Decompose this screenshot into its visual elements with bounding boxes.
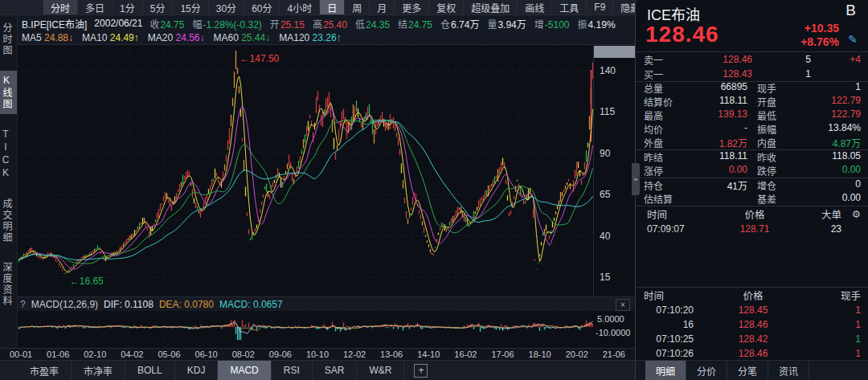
ask-price: 128.46	[682, 54, 752, 65]
period-tab-多日[interactable]: 多日	[78, 0, 113, 14]
tick-row[interactable]: 16128.461	[636, 317, 868, 332]
x-axis-label: 05-06	[158, 349, 180, 359]
info-field-value: 3.94万	[497, 19, 526, 31]
big-orders-qty-header: 大单	[800, 206, 841, 222]
detail-tab-明细[interactable]: 明细	[645, 361, 686, 380]
info-field-value: 6.74万	[451, 19, 479, 31]
stats-row: 持仓41万增仓0	[636, 178, 868, 192]
stat-最高: 最高139.13	[644, 108, 747, 122]
sidebar-item-K线图[interactable]: K线图	[0, 71, 17, 114]
gear-icon[interactable]: ⚙	[841, 208, 861, 220]
detail-tab-分价[interactable]: 分价	[686, 361, 727, 380]
x-axis-label: 20-02	[566, 349, 588, 359]
period-tab-月[interactable]: 月	[370, 0, 395, 14]
tick-row[interactable]: 07:10:20128.451	[636, 303, 868, 317]
macd-value: MACD: 0.0657	[219, 299, 283, 310]
period-tab-更多[interactable]: 更多	[395, 0, 429, 14]
bid-qty: 1	[752, 68, 811, 80]
kline-svg[interactable]: ←147.50←16.65	[18, 45, 593, 296]
stat-value: 0	[796, 178, 861, 192]
macd-params[interactable]: MACD(12,26,9)	[31, 299, 98, 310]
detail-tab-资讯[interactable]: 资讯	[768, 361, 809, 380]
info-fields: 收24.75幅-1.28%(-0.32)开25.15高25.40低24.35结2…	[149, 17, 615, 31]
ma-item-MA60: MA60 25.44↓	[213, 32, 270, 43]
sidebar-item-TICK[interactable]: TICK	[0, 125, 17, 184]
edit-icon[interactable]: ✎	[848, 33, 858, 46]
info-field-低: 低24.35	[355, 17, 390, 31]
add-indicator-button[interactable]: +	[414, 364, 428, 378]
period-tab-1分[interactable]: 1分	[113, 0, 143, 14]
help-icon[interactable]: ?	[20, 299, 26, 310]
ticks-qty-header: 现手	[813, 288, 861, 303]
sidebar-item-深度资料[interactable]: 深度资料	[0, 258, 17, 311]
macd-chart[interactable]	[18, 311, 593, 348]
ma-label: MA20	[148, 32, 176, 43]
period-tab-分时[interactable]: 分时	[43, 0, 78, 14]
toolbar-tools: 复权超级叠加画线工具F9隐藏▸	[429, 0, 653, 14]
x-axis-label: 21-06	[603, 349, 625, 359]
info-field-量: 量3.94万	[487, 17, 526, 31]
stat-label: 结算价	[644, 95, 682, 108]
indicator-tab-市净率[interactable]: 市净率	[72, 361, 125, 380]
indicator-tab-SAR[interactable]: SAR	[313, 361, 358, 380]
tick-time: 07:10:26	[644, 348, 694, 359]
tool-超级叠加[interactable]: 超级叠加	[464, 0, 518, 14]
stat-label: 内盘	[757, 136, 796, 149]
period-tab-5分[interactable]: 5分	[143, 0, 174, 14]
scrollbar-thumb[interactable]	[594, 46, 635, 58]
indicator-tab-BOLL[interactable]: BOLL	[125, 361, 175, 380]
indicator-tab-W&R[interactable]: W&R	[357, 361, 404, 380]
x-axis-label: 01-06	[47, 349, 69, 359]
x-axis-label: 16-02	[454, 349, 477, 359]
quote-panel: » ICE布油 B 128.46 +10.35 +8.76% ✎ 卖一128.4…	[635, 0, 868, 380]
macd-svg[interactable]	[18, 311, 593, 348]
stat-value: 139.13	[682, 108, 747, 122]
close-icon[interactable]: ×	[616, 299, 630, 311]
stat-label: 总量	[644, 81, 682, 95]
tick-time: 07:10:25	[644, 333, 694, 345]
indicator-tab-MACD[interactable]: MACD	[218, 361, 271, 380]
period-tab-周[interactable]: 周	[345, 0, 370, 14]
detail-tab-分笔[interactable]: 分笔	[727, 361, 768, 380]
macd-header: ? MACD(12,26,9) DIF: 0.1108 DEA: 0.0780 …	[18, 296, 635, 311]
bid-price: 128.43	[682, 68, 752, 80]
stat-value: 122.79	[796, 95, 861, 108]
indicator-tab-KDJ[interactable]: KDJ	[175, 361, 219, 380]
stat-value: 4.87万	[796, 136, 861, 149]
tool-复权[interactable]: 复权	[429, 0, 464, 14]
period-tab-60分[interactable]: 60分	[244, 0, 280, 14]
period-tabs: 分时多日1分5分15分30分60分4小时日周月更多	[43, 0, 429, 14]
period-tab-4小时[interactable]: 4小时	[280, 0, 320, 14]
info-field-label: 收	[149, 19, 159, 31]
period-tab-15分[interactable]: 15分	[173, 0, 208, 14]
x-axis-label: 02-10	[84, 349, 106, 359]
tick-row[interactable]: 07:10:26128.461	[636, 346, 868, 361]
indicator-tab-RSI[interactable]: RSI	[272, 361, 313, 380]
tool-F9[interactable]: F9	[587, 0, 613, 14]
period-tab-30分[interactable]: 30分	[209, 0, 244, 14]
stat-现手: 现手1	[757, 81, 861, 95]
tick-qty: 1	[813, 333, 861, 345]
top-toolbar: 分时多日1分5分15分30分60分4小时日周月更多 复权超级叠加画线工具F9隐藏…	[0, 0, 635, 15]
stat-value: 0.00	[796, 164, 861, 178]
sidebar-item-成交明细[interactable]: 成交明细	[0, 194, 17, 247]
stat-label: 最低	[757, 108, 796, 122]
info-field-label: 开	[270, 19, 280, 31]
period-tab-日[interactable]: 日	[320, 0, 345, 14]
x-axis-label: 17-06	[491, 349, 514, 359]
stat-label: 振幅	[757, 122, 796, 136]
x-axis-labels: 00-0101-0602-1004-0205-0606-1008-0209-06…	[0, 348, 635, 360]
stat-持仓: 持仓41万	[644, 178, 747, 192]
info-field-label: 量	[487, 19, 497, 31]
tool-工具[interactable]: 工具	[552, 0, 587, 14]
info-field-label: 结	[398, 19, 407, 31]
tick-row[interactable]: 07:10:25128.421	[636, 332, 868, 346]
info-field-振: 振4.19%	[578, 17, 616, 31]
kline-chart[interactable]: ←147.50←16.65	[18, 45, 593, 296]
sidebar-item-分时图[interactable]: 分时图	[0, 18, 17, 60]
indicator-tab-市盈率[interactable]: 市盈率	[18, 361, 72, 380]
tool-画线[interactable]: 画线	[518, 0, 552, 14]
stats-row: 均价-振幅13.84%	[636, 122, 868, 136]
ask-qty: 5	[752, 54, 811, 65]
stat-value: 0.00	[682, 164, 747, 178]
